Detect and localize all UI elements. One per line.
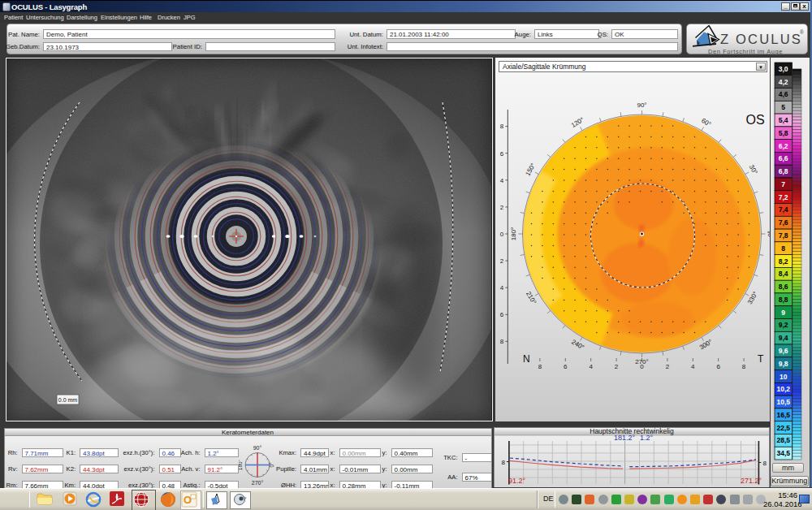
svg-text:1.2°: 1.2° <box>640 434 654 442</box>
svg-text:7,6: 7,6 <box>779 218 788 227</box>
svg-text:Den Fortschritt im Auge: Den Fortschritt im Auge <box>708 48 783 55</box>
svg-text:9,8: 9,8 <box>779 360 788 368</box>
svg-text:2: 2 <box>500 204 504 211</box>
svg-text:16,5: 16,5 <box>776 411 790 419</box>
svg-text:8: 8 <box>501 459 505 466</box>
svg-text:4: 4 <box>691 363 695 370</box>
svg-text:2: 2 <box>615 363 619 370</box>
svg-text:9,6: 9,6 <box>779 347 788 355</box>
svg-text:270°: 270° <box>252 480 264 486</box>
svg-text:180°: 180° <box>239 459 243 470</box>
svg-text:4: 4 <box>500 177 504 184</box>
svg-text:34,5: 34,5 <box>776 449 790 457</box>
svg-text:10,5: 10,5 <box>776 398 790 406</box>
svg-text:8,4: 8,4 <box>779 270 788 278</box>
svg-text:22,5: 22,5 <box>776 424 790 432</box>
svg-text:O: O <box>184 494 192 506</box>
svg-text:T: T <box>758 353 764 365</box>
svg-text:180°: 180° <box>510 227 517 241</box>
svg-text:8: 8 <box>538 363 542 370</box>
svg-text:0°: 0° <box>767 231 770 237</box>
svg-text:6: 6 <box>564 363 568 370</box>
svg-text:9,2: 9,2 <box>779 321 788 329</box>
svg-text:8: 8 <box>500 123 504 130</box>
svg-text:4: 4 <box>589 363 593 370</box>
svg-text:8: 8 <box>781 244 785 253</box>
svg-text:0.0 mm: 0.0 mm <box>58 397 78 403</box>
svg-text:OS: OS <box>745 113 764 127</box>
svg-text:3,0: 3,0 <box>779 65 788 73</box>
svg-text:8,8: 8,8 <box>779 296 788 304</box>
svg-text:2: 2 <box>666 363 670 370</box>
svg-text:N: N <box>523 353 530 365</box>
svg-text:4,2: 4,2 <box>779 78 788 86</box>
svg-text:5,4: 5,4 <box>779 116 788 124</box>
svg-text:5: 5 <box>781 103 785 111</box>
svg-text:7: 7 <box>781 180 785 188</box>
svg-text:8,2: 8,2 <box>779 257 788 266</box>
svg-text:0: 0 <box>640 363 644 370</box>
svg-text:6: 6 <box>500 311 504 318</box>
svg-text:9,4: 9,4 <box>779 334 788 342</box>
svg-text:6: 6 <box>716 363 720 370</box>
svg-text:6,2: 6,2 <box>779 142 788 150</box>
svg-text:®: ® <box>800 29 804 35</box>
svg-text:Z OCULUS: Z OCULUS <box>720 32 802 46</box>
svg-text:4: 4 <box>500 284 504 292</box>
svg-text:28,5: 28,5 <box>776 436 790 444</box>
svg-text:271.2°: 271.2° <box>741 477 762 485</box>
svg-text:7,8: 7,8 <box>779 231 788 240</box>
svg-text:9: 9 <box>781 309 785 317</box>
svg-text:8: 8 <box>742 363 746 370</box>
svg-text:8: 8 <box>762 460 767 467</box>
svg-text:10: 10 <box>780 373 788 381</box>
svg-text:90°: 90° <box>253 445 262 451</box>
svg-text:6,8: 6,8 <box>779 167 788 175</box>
svg-text:91.2°: 91.2° <box>508 477 526 485</box>
svg-text:4,6: 4,6 <box>779 90 788 98</box>
svg-text:8: 8 <box>500 338 504 345</box>
svg-text:90°: 90° <box>637 102 646 109</box>
svg-text:0: 0 <box>500 231 504 238</box>
svg-text:181.2°: 181.2° <box>614 434 636 442</box>
svg-text:7,2: 7,2 <box>779 193 788 201</box>
svg-text:10,2: 10,2 <box>776 385 790 393</box>
svg-text:7,4: 7,4 <box>779 205 788 214</box>
svg-text:0°: 0° <box>269 462 274 468</box>
svg-text:5,8: 5,8 <box>779 129 788 137</box>
svg-text:6: 6 <box>500 150 504 158</box>
svg-text:2: 2 <box>500 257 504 265</box>
svg-text:6,6: 6,6 <box>779 154 788 162</box>
svg-text:8,6: 8,6 <box>779 283 788 291</box>
